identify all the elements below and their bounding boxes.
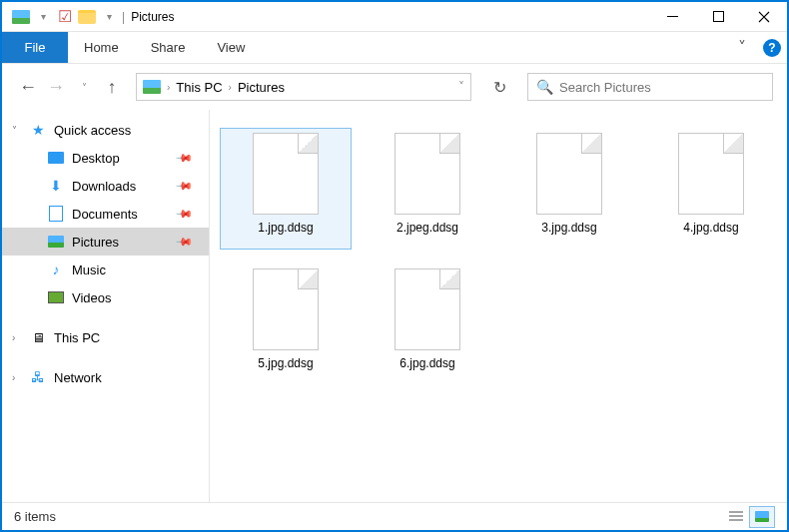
up-button[interactable]: ↑ <box>100 75 124 99</box>
sidebar-item-label: Desktop <box>72 151 120 166</box>
pin-icon: 📌 <box>174 148 193 167</box>
sidebar-item-label: Videos <box>72 290 112 305</box>
sidebar-this-pc[interactable]: › 🖥 This PC <box>2 323 209 351</box>
search-icon: 🔍 <box>536 79 553 95</box>
ribbon-collapse-icon[interactable]: ˅ <box>727 32 757 63</box>
file-icon <box>394 268 460 350</box>
breadcrumb-pictures[interactable]: Pictures <box>238 80 285 95</box>
window-title: Pictures <box>131 10 174 24</box>
file-icon <box>394 133 460 215</box>
file-icon <box>253 268 319 350</box>
document-icon <box>48 206 64 222</box>
sidebar-item-pictures[interactable]: Pictures 📌 <box>2 228 209 256</box>
navigation-bar: ← → ˅ ↑ › This PC › Pictures ˅ ↻ 🔍 <box>2 64 787 110</box>
navigation-pane: ˅ ★ Quick access Desktop 📌 ⬇ Downloads 📌… <box>2 110 210 502</box>
window-controls <box>649 2 787 32</box>
qat-dropdown-icon[interactable]: ▾ <box>98 6 120 28</box>
minimize-button[interactable] <box>649 2 695 32</box>
pc-icon: 🖥 <box>30 329 46 345</box>
file-item[interactable]: 5.jpg.ddsg <box>220 264 352 385</box>
svg-rect-0 <box>667 16 678 17</box>
file-name: 6.jpg.ddsg <box>399 356 454 370</box>
view-switcher <box>723 506 775 528</box>
file-item[interactable]: 2.jpeg.ddsg <box>362 128 493 250</box>
qat-separator-icon: ▾ <box>32 6 54 28</box>
file-tab[interactable]: File <box>2 32 68 63</box>
breadcrumb-this-pc[interactable]: This PC <box>176 80 222 95</box>
svg-rect-1 <box>713 12 723 22</box>
help-button[interactable]: ? <box>757 32 787 63</box>
tab-home[interactable]: Home <box>68 32 135 63</box>
refresh-button[interactable]: ↻ <box>483 73 515 101</box>
file-item[interactable]: 1.jpg.ddsg <box>220 128 352 250</box>
sidebar-item-label: Downloads <box>72 179 136 194</box>
app-icon <box>10 6 32 28</box>
close-button[interactable] <box>741 2 787 32</box>
sidebar-item-label: Documents <box>72 207 138 222</box>
chevron-right-icon[interactable]: › <box>167 82 170 93</box>
sidebar-item-label: Music <box>72 263 106 277</box>
ribbon-tabs: File Home Share View ˅ ? <box>2 32 787 64</box>
music-icon: ♪ <box>48 262 64 277</box>
title-separator: | <box>122 10 125 24</box>
address-dropdown-icon[interactable]: ˅ <box>458 80 464 94</box>
maximize-button[interactable] <box>695 2 741 32</box>
file-name: 3.jpg.ddsg <box>541 221 596 235</box>
sidebar-item-videos[interactable]: Videos <box>2 283 209 311</box>
new-folder-icon[interactable] <box>76 6 98 28</box>
sidebar-network[interactable]: › 🖧 Network <box>2 363 209 391</box>
file-name: 1.jpg.ddsg <box>258 221 313 235</box>
sidebar-item-label: Network <box>54 370 102 385</box>
sidebar-item-desktop[interactable]: Desktop 📌 <box>2 144 209 172</box>
desktop-icon <box>48 150 64 166</box>
sidebar-item-label: This PC <box>54 330 100 345</box>
search-box[interactable]: 🔍 <box>527 73 773 101</box>
location-icon <box>143 80 161 94</box>
details-view-button[interactable] <box>723 506 749 528</box>
item-count: 6 items <box>14 509 56 524</box>
sidebar-item-music[interactable]: ♪ Music <box>2 256 209 283</box>
file-item[interactable]: 4.jpg.ddsg <box>645 128 777 250</box>
file-name: 4.jpg.ddsg <box>683 221 738 235</box>
back-button[interactable]: ← <box>16 75 40 99</box>
status-bar: 6 items <box>2 502 787 530</box>
file-item[interactable]: 6.jpg.ddsg <box>362 264 493 385</box>
pin-icon: 📌 <box>174 176 193 195</box>
file-name: 2.jpeg.ddsg <box>396 221 458 235</box>
expand-icon[interactable]: ˅ <box>12 125 17 136</box>
quick-access-toolbar: ▾ ☑ ▾ | Pictures <box>2 6 174 28</box>
star-icon: ★ <box>30 122 46 138</box>
explorer-body: ˅ ★ Quick access Desktop 📌 ⬇ Downloads 📌… <box>2 110 787 502</box>
download-icon: ⬇ <box>48 178 64 194</box>
file-name: 5.jpg.ddsg <box>258 356 313 370</box>
pictures-icon <box>48 234 64 250</box>
sidebar-item-downloads[interactable]: ⬇ Downloads 📌 <box>2 172 209 200</box>
file-icon <box>678 133 744 215</box>
file-item[interactable]: 3.jpg.ddsg <box>503 128 635 250</box>
address-bar[interactable]: › This PC › Pictures ˅ <box>136 73 471 101</box>
tab-share[interactable]: Share <box>135 32 202 63</box>
sidebar-item-documents[interactable]: Documents 📌 <box>2 200 209 228</box>
pin-icon: 📌 <box>174 204 193 223</box>
sidebar-item-label: Pictures <box>72 235 119 250</box>
network-icon: 🖧 <box>30 369 46 385</box>
tab-view[interactable]: View <box>201 32 261 63</box>
expand-icon[interactable]: › <box>12 372 15 383</box>
properties-icon[interactable]: ☑ <box>54 6 76 28</box>
file-list-pane[interactable]: 1.jpg.ddsg2.jpeg.ddsg3.jpg.ddsg4.jpg.dds… <box>210 110 787 502</box>
chevron-right-icon[interactable]: › <box>229 82 232 93</box>
forward-button[interactable]: → <box>44 75 68 99</box>
thumbnails-view-button[interactable] <box>749 506 775 528</box>
file-icon <box>253 133 319 215</box>
file-icon <box>536 133 602 215</box>
sidebar-item-label: Quick access <box>54 123 131 138</box>
sidebar-quick-access[interactable]: ˅ ★ Quick access <box>2 116 209 144</box>
recent-locations-icon[interactable]: ˅ <box>72 75 96 99</box>
title-bar: ▾ ☑ ▾ | Pictures <box>2 2 787 32</box>
file-grid: 1.jpg.ddsg2.jpeg.ddsg3.jpg.ddsg4.jpg.dds… <box>220 128 777 385</box>
video-icon <box>48 289 64 305</box>
pin-icon: 📌 <box>174 232 193 251</box>
search-input[interactable] <box>559 80 764 95</box>
expand-icon[interactable]: › <box>12 332 15 343</box>
